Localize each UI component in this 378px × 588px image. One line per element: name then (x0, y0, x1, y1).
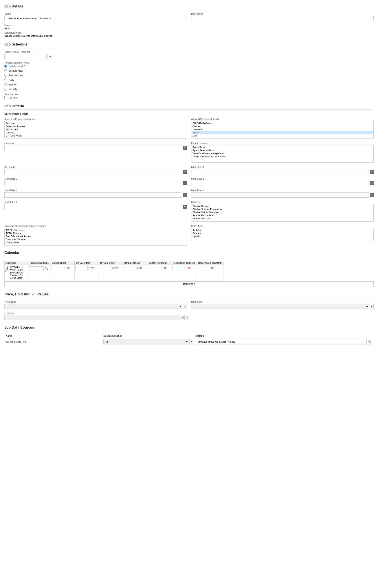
schedule-execute-now[interactable]: Execute Now (4, 69, 374, 72)
multi-filter2-input[interactable] (4, 204, 182, 209)
roles-popup-select[interactable]: AV Tiki Purchase AVTiki Redeem Box Offic… (4, 228, 187, 245)
on-cal-offset-info-icon[interactable]: ⓘ (64, 267, 66, 270)
owner-value: root (4, 27, 374, 30)
eligible-passes-label: Eligible Passes (191, 142, 374, 144)
accepted-payment-select[interactable]: Account American Express Bitcoin Visa CB… (4, 121, 187, 139)
promo-code-cell: 🔍 (28, 265, 50, 280)
on-cal-offset-calendar-icon[interactable]: 📅 (67, 267, 70, 270)
allowed-delivery-select[interactable]: CR-GTM-Delivery Courier Download Email M… (191, 121, 374, 139)
row-checkbox[interactable] (5, 269, 8, 272)
job-criteria-section: Job Criteria Multi-value Fields Accepted… (4, 104, 374, 245)
status-recipient-input[interactable] (4, 54, 47, 59)
description-input[interactable] (191, 16, 374, 21)
name-label: Name (4, 13, 187, 15)
keywords-add-btn[interactable]: + (183, 170, 187, 174)
on-sale-offset-input[interactable] (100, 266, 112, 270)
name-input[interactable] (4, 16, 185, 21)
eligible-passes-select[interactable]: Event Pass SportsSeason Pass TeamCard Me… (191, 145, 374, 163)
dry-run-checkbox-item[interactable]: Dry Run (4, 96, 374, 99)
off-sale-offset-info-icon[interactable]: ⓘ (136, 267, 139, 270)
status-recipient-label: Status Report Recipient (4, 51, 374, 53)
multi-data4-label: Multi Data 4 (4, 189, 187, 192)
dry-run-checkbox[interactable] (4, 96, 7, 99)
job-details-section: Job Details Name * Description Owner roo… (4, 4, 374, 37)
user-role-cell: 🗑 AV Tiki Purch AVTiki Redee Box Office … (5, 265, 28, 280)
col-header-off-sale-offset: Off Sale Offset (123, 261, 147, 265)
promo-code-input[interactable] (29, 266, 43, 271)
hold-type-dropdown-arrow[interactable]: ▼ (370, 304, 374, 309)
add-field-btn[interactable]: ADD FIELD (4, 281, 374, 287)
multi-filter2-add-btn[interactable]: + (183, 205, 187, 209)
promo-search-btn[interactable]: 🔍 (44, 266, 49, 271)
off-sale-offset-calendar-icon[interactable]: 📅 (139, 267, 142, 270)
script-def-label: Script Definition (4, 31, 374, 34)
col-header-on-cal-offset: On Cal Offset (50, 261, 75, 265)
category-add-btn[interactable]: + (183, 146, 187, 150)
reservation-timeout-info-icon[interactable]: ⓘ (185, 267, 187, 270)
reservation-timeout-calendar-icon[interactable]: 📅 (188, 267, 191, 270)
options-select[interactable]: Disable Resale Disable Scalper Preventio… (191, 204, 374, 222)
category-input[interactable] (4, 145, 182, 150)
reservation-valid-input[interactable] (198, 266, 210, 270)
multi-data1-input[interactable] (191, 169, 369, 174)
email-button[interactable]: ✉ (48, 54, 53, 59)
ds-details-col-header: Details (195, 334, 374, 338)
ds-details-input[interactable] (196, 339, 367, 345)
hold-type-label: Hold Type (191, 300, 374, 303)
on-cal-offset-input[interactable] (51, 266, 63, 270)
reservation-valid-cell: 📅 ⓘ (197, 265, 224, 280)
category-label: Category (4, 142, 187, 144)
price-zone-select[interactable] (4, 304, 182, 309)
fill-zone-label: Fill Zone (4, 312, 189, 314)
schedule-daily[interactable]: Daily (4, 78, 374, 81)
col-header-promo-code: Promotional Code (28, 261, 50, 265)
calendar-table: User Role Promotional Code On Cal Offset… (4, 261, 374, 280)
off-cal-offset-info-icon[interactable]: ⓘ (88, 267, 90, 270)
reservation-valid-calendar-icon[interactable]: 📅 (210, 267, 213, 270)
off-cal-offset-input[interactable] (75, 266, 88, 270)
reservation-valid-info-icon[interactable]: ⓘ (214, 267, 216, 270)
keywords-input[interactable] (4, 169, 182, 174)
ds-source-select[interactable]: File (103, 339, 189, 345)
job-data-sources-section: Job Data Sources Name Source Location De… (4, 326, 374, 345)
on-offer-timeout-input[interactable] (148, 266, 160, 270)
on-offer-timeout-calendar-icon[interactable]: 📅 (163, 267, 167, 270)
sales-type-select[interactable]: Add-On Primary Upsell (191, 228, 374, 241)
multi-data4-input[interactable] (4, 192, 182, 198)
reservation-timeout-input[interactable] (172, 266, 184, 270)
multi-filter2-label: Multi Filter 2 (4, 201, 187, 203)
multi-data3-input[interactable] (191, 181, 369, 186)
off-sale-offset-input[interactable] (124, 266, 136, 270)
multi-data2-add-btn[interactable]: + (183, 181, 187, 185)
schedule-weekly[interactable]: Weekly (4, 83, 374, 86)
multi-filter1-input[interactable] (191, 192, 369, 198)
on-offer-timeout-info-icon[interactable]: ⓘ (161, 267, 163, 270)
multi-filter1-add-btn[interactable]: + (370, 193, 374, 197)
price-zone-label: Price Zone (4, 300, 187, 303)
hold-type-select[interactable] (191, 304, 369, 309)
run-options-label: Run Options (4, 93, 374, 95)
on-sale-offset-info-icon[interactable]: ⓘ (112, 267, 115, 270)
user-role-select[interactable]: AV Tiki Purch AVTiki Redee Box Office Ad… (10, 266, 27, 279)
schedule-execute-later[interactable]: Execute Later (4, 74, 374, 77)
fill-zone-select[interactable] (4, 315, 185, 320)
ds-name-value: events_source_file (6, 341, 26, 343)
job-schedule-title: Job Schedule (4, 42, 374, 48)
off-cal-offset-calendar-icon[interactable]: 📅 (91, 267, 94, 270)
multi-data4-add-btn[interactable]: + (183, 193, 187, 197)
schedule-monthly[interactable]: Monthly (4, 88, 374, 90)
multi-data3-add-btn[interactable]: + (370, 181, 374, 185)
price-zone-dropdown-arrow[interactable]: ▼ (183, 304, 187, 309)
multi-data1-add-btn[interactable]: + (370, 170, 374, 174)
on-sale-offset-calendar-icon[interactable]: 📅 (115, 267, 118, 270)
multi-data2-input[interactable] (4, 181, 182, 186)
job-schedule-section: Job Schedule Status Report Recipient ✉ R… (4, 42, 374, 99)
roles-popup-label: Roles which suppress popup message (4, 225, 187, 227)
on-offer-timeout-cell: ⓘ 📅 (147, 265, 171, 280)
schedule-unscheduled[interactable]: Unscheduled * (4, 65, 374, 67)
delete-row-btn[interactable]: 🗑 (5, 266, 9, 269)
ds-details-search-btn[interactable]: 🔍 (367, 339, 372, 345)
ds-source-col-header: Source Location (102, 334, 194, 338)
fill-zone-dropdown-arrow[interactable]: ▼ (185, 315, 189, 320)
ds-source-dropdown-arrow[interactable]: ▼ (189, 339, 193, 345)
